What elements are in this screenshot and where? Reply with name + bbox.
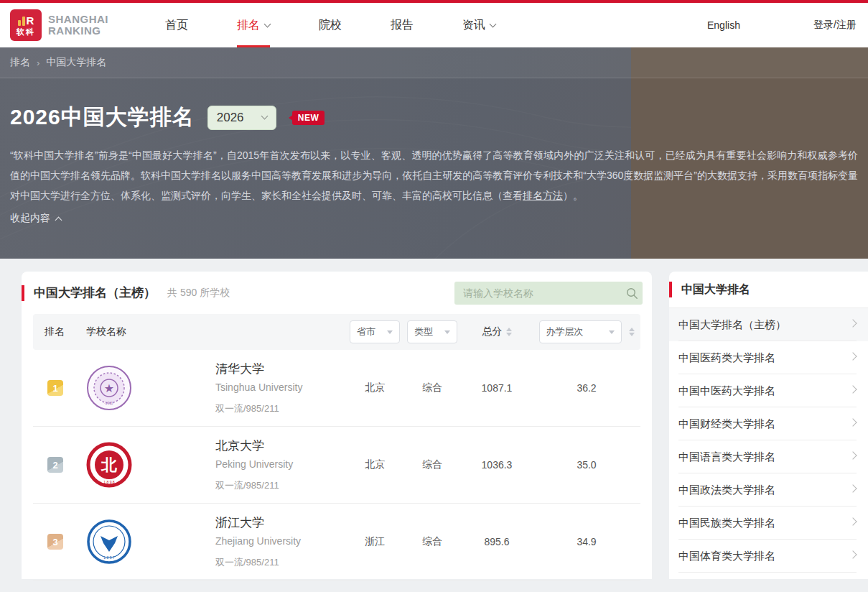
level-value: 36.2 <box>577 382 596 394</box>
province-value: 北京 <box>365 381 385 394</box>
chevron-right-icon <box>849 385 857 393</box>
level-sort-button[interactable] <box>629 328 635 336</box>
language-toggle-english[interactable]: English <box>707 19 740 31</box>
table-row: 2 北 1 8 9 8 北京大学 Peking University 双一流/9… <box>33 427 640 504</box>
column-header-level: 办学层次 <box>539 320 635 343</box>
school-count: 共 590 所学校 <box>167 287 230 300</box>
type-value: 综合 <box>422 458 442 471</box>
level-value: 35.0 <box>577 459 596 471</box>
chevron-down-icon <box>261 113 268 120</box>
breadcrumb-separator: › <box>37 57 39 68</box>
zhejiang-seal-icon: 1 8 9 7 <box>86 519 132 565</box>
breadcrumb-rankings[interactable]: 排名 <box>10 56 30 69</box>
sidebar-title: 中国大学排名 <box>681 282 750 297</box>
svg-text:北: 北 <box>101 456 118 474</box>
page-title: 2026中国大学排名 <box>10 103 195 132</box>
nav-item-institutions[interactable]: 院校 <box>319 3 342 47</box>
school-tags: 双一流/985/211 <box>215 402 346 415</box>
nav-item-news[interactable]: 资讯 <box>462 3 495 47</box>
nav-item-rankings[interactable]: 排名 <box>237 3 270 47</box>
sidebar-item-law-ranking[interactable]: 中国政法类大学排名 <box>669 473 868 507</box>
chevron-right-icon <box>849 484 857 492</box>
year-select-dropdown[interactable]: 2026 <box>207 106 276 130</box>
school-name-cell: 北京大学 Peking University 双一流/985/211 <box>215 438 346 492</box>
shanghairanking-logo[interactable]: R 软科 SHANGHAI RANKING <box>10 9 108 41</box>
sidebar-item-joint-ranking[interactable]: 中国合作办学大学排名 <box>669 573 868 579</box>
nav-item-reports[interactable]: 报告 <box>391 3 414 47</box>
score-value: 1087.1 <box>482 382 513 394</box>
chevron-right-icon <box>849 418 857 426</box>
logo-cn-text: 软科 <box>17 27 35 37</box>
chevron-up-icon <box>55 216 62 223</box>
sidebar-item-language-ranking[interactable]: 中国语言类大学排名 <box>669 440 868 473</box>
methodology-link[interactable]: 排名方法 <box>523 190 563 201</box>
top-navigation: R 软科 SHANGHAI RANKING 首页 排名 院校 报告 <box>0 3 868 47</box>
sidebar-item-finance-ranking[interactable]: 中国财经类大学排名 <box>669 407 868 440</box>
province-value: 北京 <box>365 458 385 471</box>
school-name-english: Zhejiang University <box>215 535 346 547</box>
ranking-categories-sidebar: 中国大学排名 中国大学排名（主榜） 中国医药类大学排名 中国中医药大学排名 中国… <box>669 272 868 579</box>
section-accent-bar <box>669 282 672 297</box>
column-header-rank: 排名 <box>33 325 76 338</box>
chevron-right-icon <box>849 319 857 327</box>
breadcrumb-current-page: 中国大学排名 <box>46 56 106 69</box>
score-sort-button[interactable] <box>506 328 512 336</box>
logo-wordmark: SHANGHAI RANKING <box>48 14 108 37</box>
chevron-down-icon <box>264 20 271 27</box>
peking-seal-icon: 北 1 8 9 8 <box>86 442 132 488</box>
province-filter-dropdown[interactable]: 省市 <box>350 320 400 343</box>
school-name-link[interactable]: 北京大学 <box>215 438 346 454</box>
school-name-english: Tsinghua University <box>215 381 346 393</box>
caret-down-icon <box>609 330 615 334</box>
hero-banner: 排名 › 中国大学排名 2026中国大学排名 2026 NEW “软科中国大学排… <box>0 47 868 259</box>
svg-text:·1911·: ·1911· <box>104 401 114 405</box>
table-header-row: 排名 学校名称 省市 类型 总分 办学层次 <box>33 314 640 350</box>
type-filter-dropdown[interactable]: 类型 <box>407 320 457 343</box>
school-name-link[interactable]: 浙江大学 <box>215 514 346 531</box>
login-register-link[interactable]: 登录/注册 <box>813 19 857 32</box>
content-area: 中国大学排名（主榜） 共 590 所学校 排名 学校名称 省市 <box>0 259 868 579</box>
collapse-content-toggle[interactable]: 收起内容 <box>10 212 868 225</box>
school-name-link[interactable]: 清华大学 <box>215 361 346 377</box>
sidebar-item-ethnic-ranking[interactable]: 中国民族类大学排名 <box>669 507 868 540</box>
score-value: 1036.3 <box>482 459 513 471</box>
chevron-down-icon <box>490 20 497 27</box>
chevron-right-icon <box>849 550 857 558</box>
ranking-description: “软科中国大学排名”前身是“中国最好大学排名”，自2015年首次发布以来，以专业… <box>10 145 858 205</box>
page: R 软科 SHANGHAI RANKING 首页 排名 院校 报告 <box>0 0 868 592</box>
school-search-input[interactable] <box>454 282 621 305</box>
column-header-total-score: 总分 <box>482 325 512 338</box>
chevron-right-icon <box>849 352 857 360</box>
search-icon[interactable] <box>621 287 643 300</box>
column-header-school-name: 学校名称 <box>86 325 215 338</box>
school-name-english: Peking University <box>215 458 346 470</box>
table-card-header: 中国大学排名（主榜） 共 590 所学校 <box>22 272 652 314</box>
table-row: 1 ★ ·1911· 清华大学 Tsinghua University 双一流/… <box>33 350 640 427</box>
sidebar-item-medical-ranking[interactable]: 中国医药类大学排名 <box>669 341 868 374</box>
chevron-right-icon <box>849 451 857 459</box>
section-accent-bar <box>22 285 24 301</box>
sidebar-item-tcm-ranking[interactable]: 中国中医药大学排名 <box>669 374 868 407</box>
score-value: 895.6 <box>484 536 509 547</box>
sidebar-item-main-ranking[interactable]: 中国大学排名（主榜） <box>669 308 868 341</box>
year-selected-value: 2026 <box>217 111 244 125</box>
type-value: 综合 <box>422 535 442 548</box>
caret-down-icon <box>387 330 393 334</box>
rank-badge-2: 2 <box>47 457 63 473</box>
main-menu: 首页 排名 院校 报告 资讯 <box>165 3 495 47</box>
type-value: 综合 <box>422 381 442 394</box>
ranking-table-card: 中国大学排名（主榜） 共 590 所学校 排名 学校名称 省市 <box>22 272 652 579</box>
school-name-cell: 清华大学 Tsinghua University 双一流/985/211 <box>215 361 346 415</box>
level-filter-dropdown[interactable]: 办学层次 <box>539 320 622 343</box>
breadcrumb: 排名 › 中国大学排名 <box>0 47 868 78</box>
sidebar-item-sports-ranking[interactable]: 中国体育类大学排名 <box>669 540 868 573</box>
svg-text:★: ★ <box>104 382 114 394</box>
section-title: 中国大学排名（主榜） <box>34 285 156 301</box>
level-value: 34.9 <box>577 536 596 547</box>
nav-item-home[interactable]: 首页 <box>165 3 188 47</box>
chevron-right-icon <box>849 517 857 525</box>
school-tags: 双一流/985/211 <box>215 479 346 492</box>
table-row: 3 1 8 9 7 浙江大学 Zhejiang University 双一流/9… <box>33 504 640 581</box>
school-name-cell: 浙江大学 Zhejiang University 双一流/985/211 <box>215 514 346 569</box>
logo-mark-icon: R 软科 <box>10 9 42 41</box>
